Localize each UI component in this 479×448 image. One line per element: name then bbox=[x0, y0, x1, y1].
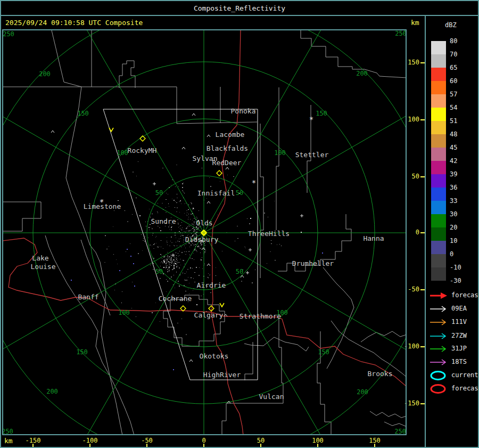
map-boundary-line bbox=[331, 321, 407, 377]
azimuth-line bbox=[204, 233, 374, 448]
city-label-threehills: ThreeHills bbox=[248, 230, 290, 238]
dot-marker-blue bbox=[322, 252, 323, 254]
dot-marker-blue bbox=[127, 249, 128, 250]
obs-markers: *** bbox=[51, 113, 323, 403]
azimuth-line bbox=[1, 233, 204, 403]
map-boundary-line bbox=[260, 124, 263, 278]
city-label-highriver: HighRiver bbox=[203, 371, 241, 379]
range-ring-label: 150 bbox=[318, 348, 329, 356]
map-boundary-line bbox=[81, 240, 110, 315]
storm-vector-icon bbox=[220, 303, 224, 307]
city-label-vulcan: Vulcan bbox=[259, 393, 284, 401]
range-ring-label: 250 bbox=[3, 30, 14, 38]
dot-marker-blue bbox=[134, 286, 135, 287]
map-boundary-line bbox=[244, 337, 309, 351]
city-label-reddeer: RedDeer bbox=[212, 159, 242, 167]
range-ring-label: 100 bbox=[118, 309, 130, 316]
city-label-limestone: Limestone bbox=[84, 202, 121, 210]
range-ring-label: 250 bbox=[394, 428, 406, 435]
radar-site-diamond-icon bbox=[201, 230, 207, 235]
caret-marker-icon bbox=[51, 131, 54, 133]
caret-marker-icon bbox=[207, 264, 210, 266]
city-label-stettler: Stettler bbox=[295, 151, 329, 159]
azimuth-line bbox=[34, 1, 204, 233]
range-ring-label: 150 bbox=[316, 110, 327, 117]
range-ring-label: 200 bbox=[356, 70, 368, 77]
map-boundary-line bbox=[119, 61, 135, 88]
range-ring-label: 250 bbox=[395, 30, 407, 37]
storm-vector-icon bbox=[109, 128, 113, 132]
dot-marker-blue bbox=[173, 369, 174, 370]
map-boundary-line bbox=[245, 342, 253, 380]
city-label-sundre: Sundre bbox=[151, 217, 176, 225]
dot-marker-blue bbox=[119, 270, 120, 271]
city-label-innisfail: Innisfail bbox=[197, 189, 235, 197]
dot-marker-blue bbox=[71, 280, 72, 281]
range-ring-label: 50 bbox=[155, 189, 163, 197]
city-label-lacombe: Lacombe bbox=[216, 131, 245, 139]
dot-marker bbox=[301, 232, 302, 233]
map-boundary-line bbox=[163, 295, 225, 346]
range-ring-label: 200 bbox=[39, 70, 51, 78]
caret-marker-icon bbox=[207, 201, 210, 203]
city-label-calgary: Calgary bbox=[194, 311, 224, 319]
city-label-lake: Lake bbox=[32, 254, 48, 262]
map-boundary-line bbox=[384, 422, 407, 427]
city-label-ponoka: Ponoka bbox=[231, 107, 256, 115]
range-ring-label: 50 bbox=[155, 268, 163, 275]
city-label-olds: Olds bbox=[196, 219, 212, 227]
dot-marker-blue bbox=[130, 256, 131, 257]
city-label-rockymh: RockyMH bbox=[128, 146, 157, 154]
dot-marker-blue bbox=[133, 263, 134, 264]
city-label-louise: Louise bbox=[31, 263, 56, 271]
map-boundary-line bbox=[177, 87, 257, 124]
city-label-didsbury: Didsbury bbox=[185, 235, 219, 243]
range-ring-label: 200 bbox=[46, 388, 58, 395]
radar-map: 5050505010010010010015015015015020020020… bbox=[1, 1, 479, 448]
city-label-strathmore: Strathmore bbox=[240, 312, 281, 320]
range-ring-label: 150 bbox=[77, 110, 89, 117]
caret-marker-icon bbox=[182, 147, 185, 149]
asterisk-marker-icon: * bbox=[309, 115, 313, 124]
city-label-cochrane: Cochrane bbox=[159, 295, 192, 303]
map-boundary-line bbox=[370, 411, 407, 418]
city-label-airdrie: Airdrie bbox=[197, 281, 226, 289]
asterisk-marker-icon: * bbox=[252, 178, 256, 187]
range-ring-label: 150 bbox=[76, 348, 88, 356]
range-ring-label: 50 bbox=[236, 268, 243, 275]
range-ring-label: 50 bbox=[236, 189, 243, 197]
range-ring-label: 200 bbox=[357, 388, 368, 396]
caret-marker-icon bbox=[189, 360, 193, 362]
caret-marker-icon bbox=[192, 113, 195, 116]
city-label-blackfalds: Blackfalds bbox=[207, 144, 248, 152]
city-label-brooks: Brooks bbox=[368, 370, 393, 378]
range-ring-label: 100 bbox=[274, 149, 286, 157]
map-boundary-line bbox=[276, 87, 279, 230]
radar-viewer-window: Composite_Reflectivity 2025/09/24 09:10:… bbox=[0, 0, 479, 448]
city-label-okotoks: Okotoks bbox=[200, 352, 229, 360]
city-label-hanna: Hanna bbox=[363, 234, 384, 242]
caret-marker-icon bbox=[207, 135, 210, 137]
range-ring-label: 250 bbox=[2, 428, 13, 435]
azimuth-line bbox=[204, 1, 374, 233]
radar-site-diamond-icon bbox=[217, 170, 222, 176]
city-label-drumheller: Drumheller bbox=[292, 259, 334, 267]
caret-marker-icon bbox=[226, 167, 229, 169]
city-label-banff: Banff bbox=[78, 293, 98, 301]
dot-marker bbox=[250, 218, 251, 219]
map-content: 5050505010010010010015015015015020020020… bbox=[1, 1, 479, 448]
range-ring-label: 100 bbox=[117, 149, 128, 157]
map-boundary-line bbox=[45, 235, 134, 435]
